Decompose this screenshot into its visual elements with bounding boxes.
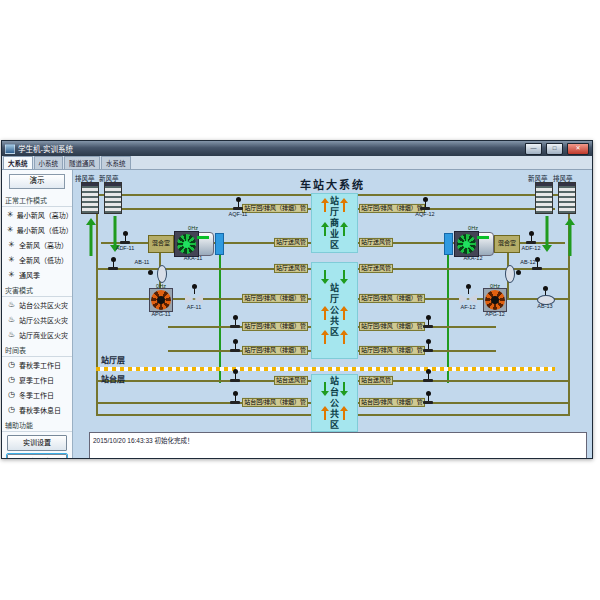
fan-icon: ✳ <box>7 226 14 234</box>
window-title: 学生机-实训系统 <box>18 143 521 154</box>
sidebar-item-站厅商业区火灾[interactable]: ♨站厅商业区火灾 <box>2 327 72 342</box>
sidebar-item-最小新风（低功）[interactable]: ✳最小新风（低功） <box>2 222 72 237</box>
damper-bar <box>230 401 240 404</box>
status-bar <box>197 236 209 239</box>
silencer-icon[interactable] <box>444 233 453 255</box>
tab-大系统[interactable]: 大系统 <box>3 156 33 169</box>
floor-divider <box>96 367 555 371</box>
duct-label: 站厅送风管 <box>274 264 308 273</box>
sidebar-item-站台公共区火灾[interactable]: ♨站台公共区火灾 <box>2 297 72 312</box>
sidebar-item-label: 最小新风（高功） <box>17 210 73 220</box>
mixing-chamber[interactable]: 混合室 <box>494 235 520 253</box>
down-arrow-icon <box>321 382 329 396</box>
arrow-stem <box>343 382 345 392</box>
duct-label: 站台送风管 <box>274 376 308 385</box>
demo-button[interactable]: 演示 <box>9 174 65 189</box>
damper-sensor-icon[interactable] <box>423 339 433 353</box>
silencer-icon[interactable] <box>215 233 224 255</box>
supply-fan-unit[interactable]: 0HzAKA-12 <box>454 231 492 255</box>
damper-sensor-icon[interactable] <box>423 315 433 329</box>
equipment-label: AKA-12 <box>464 255 483 261</box>
lens-body <box>157 265 167 283</box>
clock-icon: ◷ <box>7 391 16 399</box>
arrow-stem <box>324 382 326 392</box>
duct-label: 站台回/排风（排烟）管 <box>242 398 308 407</box>
tab-水系统[interactable]: 水系统 <box>101 156 131 169</box>
damper-sensor-icon[interactable]: ADF-12 <box>526 231 536 245</box>
damper-sensor-icon[interactable] <box>230 339 240 353</box>
fan-hub <box>157 296 165 304</box>
damper-sensor-icon[interactable]: AQF-12 <box>420 197 430 211</box>
close-button[interactable]: ✕ <box>567 143 589 155</box>
tab-隧道通风[interactable]: 隧道通风 <box>64 156 100 169</box>
sidebar-item-最小新风（高功）[interactable]: ✳最小新风（高功） <box>2 207 72 222</box>
fan-hub <box>463 241 470 248</box>
tab-小系统[interactable]: 小系统 <box>34 156 64 169</box>
damper-sensor-icon[interactable] <box>108 257 118 271</box>
sidebar-item-label: 春秋季工作日 <box>19 360 61 370</box>
sidebar-item-label: 通风季 <box>19 270 40 280</box>
sidebar-section-header: 时间表 <box>2 342 72 357</box>
damper-sensor-icon[interactable] <box>230 391 240 405</box>
damper-sensor-icon[interactable] <box>532 257 542 271</box>
damper-sensor-icon[interactable]: ADF-11 <box>120 231 130 245</box>
equipment-label: ADF-11 <box>116 245 135 251</box>
up-arrow-icon <box>340 330 348 344</box>
duct-line <box>447 244 449 383</box>
设备点表-button[interactable]: 设备点表 <box>7 454 67 458</box>
arrow-stem <box>324 410 326 420</box>
damper-bar <box>526 241 536 244</box>
sidebar-item-夏季工作日[interactable]: ◷夏季工作日 <box>2 372 72 387</box>
horizontal-damper-icon[interactable]: AB-13 <box>537 295 553 303</box>
butterfly-valve-icon[interactable]: AF-11 <box>185 294 203 304</box>
damper-sensor-icon[interactable] <box>423 391 433 405</box>
fire-icon: ♨ <box>7 316 16 324</box>
arrow-head <box>542 245 552 252</box>
frequency-label: 0Hz <box>156 283 166 289</box>
titlebar[interactable]: 学生机-实训系统 — □ ✕ <box>2 141 592 156</box>
valve-triangle <box>194 294 203 304</box>
sidebar-item-label: 站台公共区火灾 <box>19 300 68 310</box>
fire-icon: ♨ <box>7 331 16 339</box>
damper-sensor-icon[interactable]: AQF-11 <box>233 197 243 211</box>
up-arrow-icon <box>321 330 329 344</box>
exhaust-fan-unit[interactable]: 0HzAPG-11 <box>149 288 173 312</box>
damper-bar <box>230 325 240 328</box>
floor-label: 站厅层 <box>101 354 125 365</box>
damper-sensor-icon[interactable] <box>230 369 240 383</box>
sidebar-item-春秋季工作日[interactable]: ◷春秋季工作日 <box>2 357 72 372</box>
damper-sensor-icon[interactable] <box>230 315 240 329</box>
minimize-button[interactable]: — <box>525 143 542 155</box>
actuator-stem <box>545 291 546 295</box>
duct-label: 站厅送风管 <box>359 238 393 247</box>
exhaust-fan-unit[interactable]: 0HzAPG-12 <box>483 288 507 312</box>
sidebar-item-通风季[interactable]: ✳通风季 <box>2 267 72 282</box>
up-arrow-icon <box>321 406 329 420</box>
sidebar-item-春秋季休息日[interactable]: ◷春秋季休息日 <box>2 402 72 417</box>
damper-sensor-icon[interactable] <box>423 369 433 383</box>
sidebar-item-冬季工作日[interactable]: ◷冬季工作日 <box>2 387 72 402</box>
arrow-stem <box>343 334 345 344</box>
clock-icon: ◷ <box>7 361 16 369</box>
log-panel: 2015/10/20 16:43:33 初始化完成！ <box>89 432 587 458</box>
equipment-label: AB-13 <box>537 303 552 309</box>
up-arrow-icon <box>340 222 348 236</box>
sidebar-item-全新风（低功）[interactable]: ✳全新风（低功） <box>2 252 72 267</box>
supply-fan-unit[interactable]: 0HzAKA-11 <box>174 231 212 255</box>
vertical-damper-icon[interactable]: AB-12 <box>504 265 514 281</box>
maximize-button[interactable]: □ <box>546 143 563 155</box>
sidebar-item-label: 春秋季休息日 <box>19 405 61 415</box>
butterfly-valve-icon[interactable]: AF-12 <box>459 294 477 304</box>
damper-bar <box>230 349 240 352</box>
up-arrow-icon <box>340 306 348 320</box>
实训设置-button[interactable]: 实训设置 <box>7 435 67 451</box>
vertical-damper-icon[interactable]: AB-11 <box>156 265 166 281</box>
damper-bar <box>423 379 433 382</box>
sidebar-item-全新风（高功）[interactable]: ✳全新风（高功） <box>2 237 72 252</box>
actuator-stem <box>468 289 469 294</box>
up-arrow-icon <box>85 218 96 256</box>
arrow-stem <box>324 202 326 212</box>
log-text: 2015/10/20 16:43:33 初始化完成！ <box>90 433 586 447</box>
sidebar-item-站厅公共区火灾[interactable]: ♨站厅公共区火灾 <box>2 312 72 327</box>
mixing-chamber[interactable]: 混合室 <box>148 235 174 253</box>
